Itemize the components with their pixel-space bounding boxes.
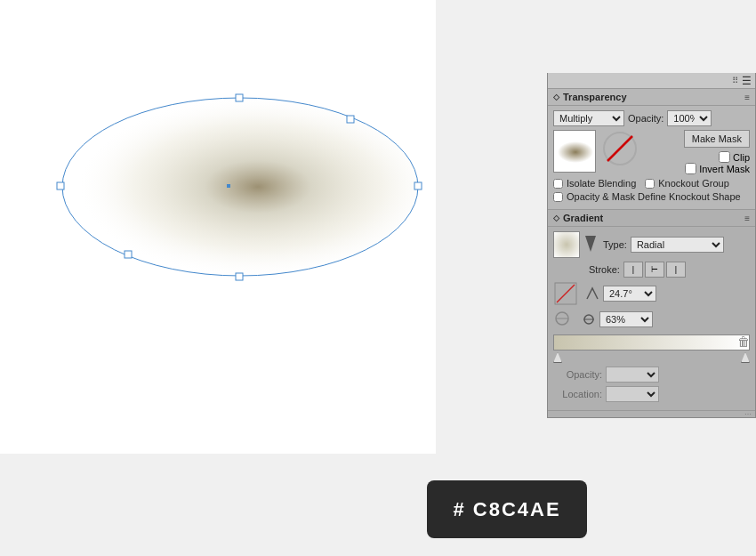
- ellipse-shape: [53, 89, 427, 285]
- transparency-content: Multiply Normal Screen Opacity: 100% 75%…: [548, 106, 755, 210]
- blend-mode-select[interactable]: Multiply Normal Screen: [553, 110, 624, 126]
- no-icon-area: [601, 130, 639, 167]
- transparency-section-header[interactable]: ◇ Transparency ≡: [548, 89, 755, 106]
- delete-stop-icon[interactable]: 🗑: [737, 334, 750, 349]
- clip-text: Clip: [733, 152, 750, 163]
- svg-rect-4: [414, 182, 422, 189]
- gradient-menu[interactable]: ≡: [744, 214, 750, 223]
- clip-row: Clip: [719, 151, 750, 163]
- type-label: Type:: [603, 239, 627, 250]
- gradient-bar-area: 🗑: [553, 334, 750, 363]
- transparency-title: Transparency: [563, 92, 627, 102]
- stroke-row: Stroke: | ⊢ |: [589, 262, 750, 278]
- stroke-label: Stroke:: [589, 264, 620, 275]
- svg-rect-2: [227, 184, 230, 188]
- angle-select[interactable]: 24.7° 0° 45° 90°: [603, 286, 656, 302]
- clip-checkbox[interactable]: [719, 151, 730, 163]
- panel-topbar: ⠿ ☰: [548, 73, 755, 89]
- color-swatch: # C8C4AE: [427, 480, 587, 538]
- small-icon-area: [553, 281, 578, 306]
- no-icon-container: [601, 130, 639, 167]
- location-field-select[interactable]: [606, 386, 659, 402]
- type-select[interactable]: Radial Linear Freeform: [631, 237, 724, 253]
- svg-marker-13: [585, 236, 596, 252]
- invert-mask-label: Invert Mask: [685, 163, 750, 174]
- gradient-content: Type: Radial Linear Freeform Stroke: | ⊢…: [548, 227, 755, 410]
- clip-label: Clip: [719, 151, 750, 163]
- knockout-group-text: Knockout Group: [658, 178, 729, 189]
- stroke-icon-3[interactable]: |: [666, 262, 686, 278]
- svg-line-15: [557, 285, 575, 302]
- gradient-bar[interactable]: [553, 334, 750, 351]
- svg-point-0: [62, 98, 418, 276]
- opacity-row: Opacity:: [553, 367, 750, 383]
- invert-mask-text: Invert Mask: [699, 164, 750, 174]
- location-row: Location:: [553, 386, 750, 402]
- aspect-row: 63% 50% 75% 100%: [553, 310, 750, 329]
- color-swatch-label: # C8C4AE: [453, 498, 560, 521]
- ellipse-container: [53, 89, 427, 285]
- isolate-blending-text: Isolate Blending: [567, 178, 636, 189]
- panel-bottom: ⋯: [548, 410, 755, 417]
- invert-mask-checkbox[interactable]: [685, 163, 696, 174]
- stroke-icons: | ⊢ |: [623, 262, 686, 278]
- svg-line-12: [607, 136, 632, 161]
- stroke-icon-1[interactable]: |: [623, 262, 643, 278]
- angle-icon: [585, 286, 599, 301]
- svg-rect-7: [347, 116, 354, 123]
- type-row: Type: Radial Linear Freeform: [553, 231, 750, 258]
- opacity-mask-row: Opacity & Mask Define Knockout Shape: [553, 191, 750, 202]
- opacity-field-label: Opacity:: [553, 369, 602, 380]
- isolate-knockout-row: Isolate Blending Knockout Group: [553, 178, 750, 189]
- angle-row: 24.7° 0° 45° 90°: [553, 281, 750, 306]
- panel-resize-handle[interactable]: ⋯: [744, 410, 752, 418]
- gradient-title: Gradient: [563, 213, 603, 223]
- opacity-select[interactable]: 100% 75% 50%: [667, 110, 712, 126]
- panel-menu-icon[interactable]: ☰: [742, 75, 752, 87]
- thumbnail-box[interactable]: [553, 130, 596, 173]
- thumbnail-area: [553, 130, 596, 173]
- isolate-blending-checkbox[interactable]: [553, 179, 563, 189]
- svg-rect-5: [236, 273, 243, 280]
- stroke-icon-2[interactable]: ⊢: [645, 262, 664, 278]
- transparency-menu[interactable]: ≡: [744, 93, 750, 102]
- gradient-collapse-arrow: ◇: [553, 214, 559, 222]
- panel: ⠿ ☰ ◇ Transparency ≡ Multiply Normal Scr…: [547, 73, 756, 418]
- gradient-stop-left[interactable]: [553, 352, 562, 363]
- mask-row: Make Mask Clip Invert Mask: [553, 130, 750, 174]
- svg-rect-8: [125, 251, 132, 258]
- svg-rect-3: [236, 94, 243, 101]
- gradient-stops: [553, 352, 750, 363]
- svg-point-10: [558, 141, 593, 163]
- no-icon-svg: [601, 130, 639, 167]
- gradient-stop-right[interactable]: [741, 352, 750, 363]
- invert-mask-row: Invert Mask: [685, 163, 750, 174]
- gradient-preview[interactable]: [553, 231, 580, 258]
- gradient-section-header[interactable]: ◇ Gradient ≡: [548, 210, 755, 227]
- gradient-preview-arrow[interactable]: [585, 236, 596, 254]
- opacity-mask-text: Opacity & Mask Define Knockout Shape: [567, 191, 741, 202]
- make-mask-area: Make Mask Clip Invert Mask: [644, 130, 750, 174]
- blend-opacity-row: Multiply Normal Screen Opacity: 100% 75%…: [553, 110, 750, 126]
- aspect-select[interactable]: 63% 50% 75% 100%: [599, 311, 653, 327]
- knockout-group-checkbox[interactable]: [645, 179, 655, 189]
- opacity-field-select[interactable]: [606, 367, 659, 383]
- make-mask-button[interactable]: Make Mask: [684, 130, 750, 148]
- opacity-label: Opacity:: [628, 113, 664, 124]
- location-field-label: Location:: [553, 389, 602, 399]
- svg-rect-6: [57, 182, 64, 189]
- opacity-mask-checkbox[interactable]: [553, 192, 563, 202]
- panel-drag-dots: ⠿: [732, 76, 738, 85]
- aspect-icon: [582, 312, 596, 326]
- canvas: [0, 0, 436, 454]
- panel-topbar-icons: ⠿ ☰: [732, 75, 752, 87]
- aspect-icon-placeholder: [553, 310, 578, 329]
- transparency-collapse-arrow: ◇: [553, 93, 559, 101]
